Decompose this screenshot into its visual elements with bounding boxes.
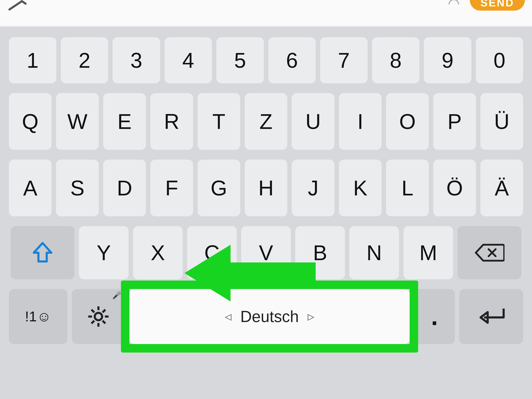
- svg-line-7: [102, 310, 105, 312]
- key-n[interactable]: N: [349, 226, 399, 279]
- language-next-icon: ▷: [308, 311, 314, 322]
- mic-icon: 🎤: [112, 291, 121, 299]
- backspace-key[interactable]: [457, 226, 521, 279]
- key-u[interactable]: U: [292, 93, 335, 150]
- key-ae[interactable]: Ä: [480, 160, 523, 216]
- key-p[interactable]: P: [433, 93, 476, 150]
- key-q[interactable]: Q: [9, 93, 52, 150]
- compose-bar: SEND: [0, 0, 532, 27]
- key-7[interactable]: 7: [320, 37, 367, 83]
- gear-icon: [87, 305, 110, 328]
- key-4[interactable]: 4: [165, 37, 212, 83]
- enter-key[interactable]: [459, 289, 523, 344]
- key-ue[interactable]: Ü: [480, 93, 523, 150]
- key-l[interactable]: L: [386, 160, 429, 216]
- key-f[interactable]: F: [150, 160, 193, 216]
- key-j[interactable]: J: [292, 160, 335, 216]
- key-h[interactable]: H: [245, 160, 287, 216]
- key-9[interactable]: 9: [424, 37, 471, 83]
- emoji-icon[interactable]: [445, 0, 463, 9]
- svg-point-0: [95, 313, 102, 320]
- key-c[interactable]: C: [187, 226, 237, 279]
- settings-key[interactable]: 🎤: [72, 289, 125, 344]
- key-z[interactable]: Z: [245, 93, 287, 150]
- compose-icon[interactable]: [7, 0, 28, 11]
- svg-line-6: [102, 321, 105, 323]
- key-a[interactable]: A: [9, 160, 52, 216]
- key-e[interactable]: E: [103, 93, 146, 150]
- key-v[interactable]: V: [241, 226, 291, 279]
- key-8[interactable]: 8: [372, 37, 420, 83]
- enter-icon: [475, 305, 507, 328]
- key-g[interactable]: G: [197, 160, 240, 216]
- send-label: SEND: [480, 0, 514, 9]
- virtual-keyboard: 1 2 3 4 5 6 7 8 9 0 Q W E R T Z U I O P …: [0, 27, 532, 399]
- key-1[interactable]: 1: [9, 37, 56, 83]
- key-2[interactable]: 2: [61, 37, 108, 83]
- key-x[interactable]: X: [133, 226, 183, 279]
- symbols-label: !1☺: [25, 308, 51, 325]
- key-5[interactable]: 5: [216, 37, 264, 83]
- key-o[interactable]: O: [386, 93, 429, 150]
- key-s[interactable]: S: [56, 160, 99, 216]
- backspace-icon: [474, 243, 505, 262]
- shift-key[interactable]: [11, 226, 75, 279]
- key-y[interactable]: Y: [79, 226, 129, 279]
- send-button[interactable]: SEND: [470, 0, 525, 11]
- keyboard-row-home: A S D F G H J K L Ö Ä: [9, 160, 523, 216]
- key-3[interactable]: 3: [113, 37, 160, 83]
- key-w[interactable]: W: [56, 93, 99, 150]
- spacebar-language-label: Deutsch: [240, 308, 299, 326]
- key-i[interactable]: I: [339, 93, 382, 150]
- key-6[interactable]: 6: [268, 37, 316, 83]
- key-r[interactable]: R: [150, 93, 193, 150]
- keyboard-row-numbers: 1 2 3 4 5 6 7 8 9 0: [9, 37, 523, 83]
- spacebar-language-switcher[interactable]: ◁ Deutsch ▷: [129, 289, 410, 344]
- symbols-toggle-key[interactable]: !1☺: [9, 289, 67, 344]
- key-k[interactable]: K: [339, 160, 382, 216]
- key-m[interactable]: M: [403, 226, 453, 279]
- keyboard-row-bottom: !1☺ 🎤: [9, 289, 523, 344]
- svg-line-5: [91, 310, 94, 312]
- key-b[interactable]: B: [295, 226, 345, 279]
- key-t[interactable]: T: [197, 93, 240, 150]
- keyboard-row-top: Q W E R T Z U I O P Ü: [9, 93, 523, 150]
- shift-icon: [31, 241, 54, 264]
- period-key[interactable]: .: [414, 289, 455, 344]
- key-oe[interactable]: Ö: [433, 160, 476, 216]
- key-0[interactable]: 0: [476, 37, 523, 83]
- language-prev-icon: ◁: [225, 311, 231, 322]
- key-d[interactable]: D: [103, 160, 146, 216]
- keyboard-row-lower: Y X C V B N M: [9, 226, 523, 279]
- svg-line-8: [91, 321, 94, 323]
